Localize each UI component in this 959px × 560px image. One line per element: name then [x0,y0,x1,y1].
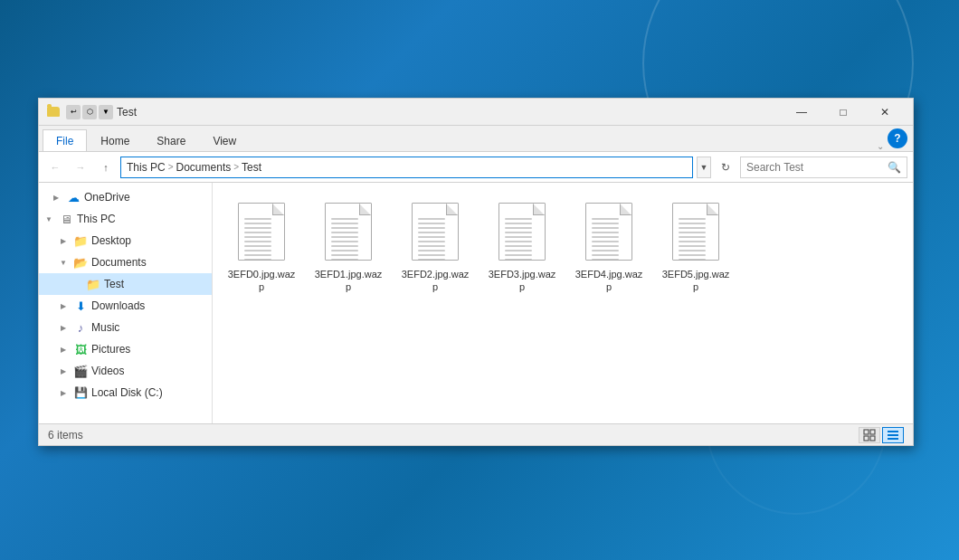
onedrive-icon: ☁ [66,190,81,204]
svg-rect-5 [888,434,898,436]
doc-lines [418,218,445,261]
file-icon [319,199,377,264]
music-icon: ♪ [73,320,88,335]
file-name: 3EFD1.jpg.wazp [312,268,385,294]
computer-icon: 🖥 [59,212,73,226]
tab-view[interactable]: View [199,129,250,151]
item-count: 6 items [48,429,859,441]
path-sep-1: > [168,162,174,172]
status-bar: 6 items [39,423,913,445]
doc-lines [679,218,706,261]
grid-view-button[interactable] [859,427,880,443]
file-icon [233,199,290,264]
svg-rect-6 [888,438,898,440]
desktop-folder-icon: 📁 [73,233,88,248]
downloads-label: Downloads [91,299,145,312]
file-item[interactable]: 3EFD4.jpg.wazp [569,192,649,298]
file-icon [406,199,464,264]
file-item[interactable]: 3EFD0.jpg.wazp [222,192,301,298]
ribbon: File Home Share View ⌄ ? [39,126,913,152]
expand-arrow-documents: ▼ [57,256,70,269]
maximize-button[interactable]: □ [822,99,864,126]
sidebar-item-desktop[interactable]: ▶ 📁 Desktop [39,230,212,252]
downloads-icon: ⬇ [73,299,88,313]
window-controls: — □ ✕ [781,99,906,126]
sidebar-item-pictures[interactable]: ▶ 🖼 Pictures [39,338,212,360]
doc-lines [505,218,532,261]
main-area: ▶ ☁ OneDrive ▼ 🖥 This PC ▶ 📁 Desktop ▼ 📂… [39,183,913,423]
file-name: 3EFD0.jpg.wazp [225,268,298,294]
sidebar-item-downloads[interactable]: ▶ ⬇ Downloads [39,295,212,317]
path-documents: Documents [176,161,232,174]
file-item[interactable]: 3EFD1.jpg.wazp [309,192,388,298]
refresh-button[interactable]: ↻ [715,157,736,178]
minimize-button[interactable]: — [781,99,822,126]
address-path[interactable]: This PC > Documents > Test [120,157,693,178]
svg-rect-1 [870,430,875,434]
document-icon [325,203,372,261]
document-icon [238,203,285,261]
file-item[interactable]: 3EFD2.jpg.wazp [395,192,475,298]
file-name: 3EFD5.jpg.wazp [660,268,732,294]
this-pc-label: This PC [77,213,116,225]
tab-file[interactable]: File [43,129,87,151]
view-toggles [859,427,904,443]
file-name: 3EFD2.jpg.wazp [399,268,471,294]
search-box[interactable]: 🔍 [740,157,907,178]
sidebar-item-this-pc[interactable]: ▼ 🖥 This PC [39,208,212,230]
svg-rect-2 [864,436,869,441]
back-button[interactable]: ← [44,157,66,178]
close-button[interactable]: ✕ [864,99,906,126]
file-item[interactable]: 3EFD3.jpg.wazp [482,192,562,298]
file-item[interactable]: 3EFD5.jpg.wazp [656,192,736,298]
documents-folder-icon: 📂 [73,255,88,270]
file-icon [580,199,638,264]
sidebar-item-videos[interactable]: ▶ 🎬 Videos [39,360,212,382]
sidebar-item-documents[interactable]: ▼ 📂 Documents [39,252,212,273]
forward-button[interactable]: → [70,157,91,178]
window-icon [46,105,61,119]
undo-button[interactable]: ↩ [66,105,81,119]
sidebar-item-onedrive[interactable]: ▶ ☁ OneDrive [39,186,212,208]
sidebar-item-music[interactable]: ▶ ♪ Music [39,317,212,338]
document-icon [498,203,546,261]
local-disk-label: Local Disk (C:) [91,386,163,399]
documents-label: Documents [91,256,147,269]
svg-rect-4 [888,431,898,432]
sidebar-item-local-disk[interactable]: ▶ 💾 Local Disk (C:) [39,382,212,403]
path-test: Test [242,161,261,174]
file-area: 3EFD0.jpg.wazp 3EFD1.jpg.wazp [213,183,913,423]
svg-rect-0 [864,430,869,434]
test-label: Test [104,278,124,290]
path-sep-2: > [233,162,239,172]
expand-arrow-this-pc: ▼ [43,213,55,225]
expand-arrow-videos: ▶ [57,365,70,377]
search-input[interactable] [746,161,884,174]
help-button[interactable]: ? [888,128,907,148]
pictures-icon: 🖼 [73,342,88,356]
title-bar: ↩ ⬡ ▼ Test — □ ✕ [39,99,913,126]
tab-home[interactable]: Home [87,129,143,151]
properties-button[interactable]: ⬡ [82,105,97,119]
file-icon [667,199,725,264]
svg-rect-3 [870,436,875,441]
document-icon [412,203,459,261]
sidebar-item-test[interactable]: 📁 Test [39,273,212,295]
expand-arrow-desktop: ▶ [57,234,70,247]
expand-arrow-pictures: ▶ [57,343,70,356]
document-icon [585,203,632,261]
file-name: 3EFD4.jpg.wazp [573,268,645,294]
onedrive-label: OneDrive [84,191,130,204]
list-view-button[interactable] [882,427,904,443]
pictures-label: Pictures [91,343,130,356]
new-folder-button[interactable]: ▼ [99,105,113,119]
file-name: 3EFD3.jpg.wazp [486,268,558,294]
expand-arrow-test [70,278,82,290]
music-label: Music [91,321,119,334]
up-button[interactable]: ↑ [95,157,117,178]
videos-icon: 🎬 [73,364,88,378]
sidebar: ▶ ☁ OneDrive ▼ 🖥 This PC ▶ 📁 Desktop ▼ 📂… [39,183,213,423]
tab-share[interactable]: Share [143,129,199,151]
window-title: Test [117,106,781,119]
address-dropdown[interactable]: ▼ [697,157,711,178]
